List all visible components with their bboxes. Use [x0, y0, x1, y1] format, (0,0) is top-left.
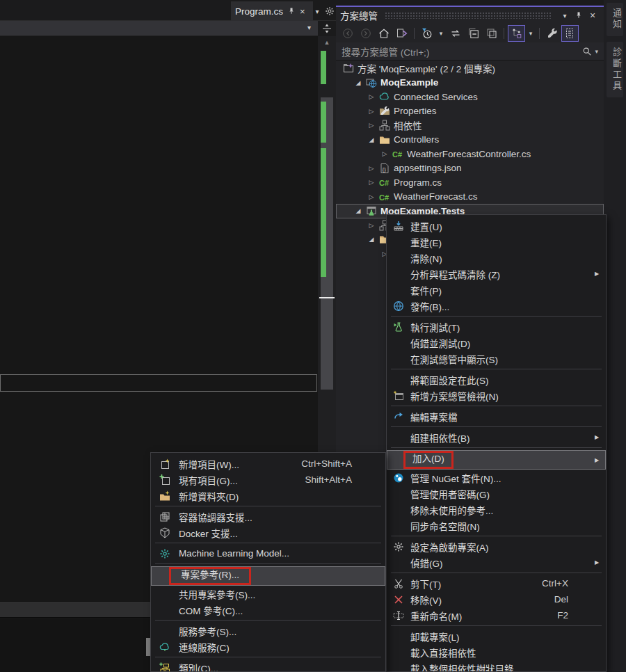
expander-collapsed-icon[interactable]: ▷	[378, 150, 391, 157]
menu-item-偵錯並測試-D-[interactable]: 偵錯並測試(D)	[387, 335, 606, 351]
expander-collapsed-icon[interactable]: ▷	[365, 93, 378, 100]
close-icon[interactable]: ×	[300, 6, 305, 17]
menu-item-發佈-B-[interactable]: 發佈(B)...	[387, 298, 606, 314]
menu-item-label: 類別(C)...	[179, 664, 218, 672]
chevron-down-icon[interactable]: ▾	[595, 48, 598, 55]
tab-diagnostic-tools[interactable]: 診斷工具	[607, 42, 623, 97]
gear-icon[interactable]	[323, 5, 336, 17]
tree-item-moqexample[interactable]: ◢MoqExample	[336, 76, 604, 90]
sync-icon[interactable]	[447, 25, 464, 42]
tree-item--[interactable]: ▷相依性	[336, 118, 604, 133]
menu-item-共用專案參考-S-[interactable]: 共用專案參考(S)...	[151, 586, 385, 602]
menu-item-現有項目-G-[interactable]: 現有項目(G)...Shift+Alt+A	[151, 472, 385, 488]
menu-item-加入-D-[interactable]: 加入(D)▶	[387, 450, 606, 470]
menu-item-剪下-T-[interactable]: 剪下(T)Ctrl+X	[387, 575, 606, 591]
docker-icon	[151, 527, 179, 538]
menu-item-設定為啟動專案-A-[interactable]: 設定為啟動專案(A)	[387, 538, 606, 554]
menu-item-新增方案總管檢視-N-[interactable]: 新增方案總管檢視(N)	[387, 387, 606, 403]
menu-item-新增資料夾-D-[interactable]: 新增資料夾(D)	[151, 488, 385, 504]
menu-item-重建-E-[interactable]: 重建(E)	[387, 234, 606, 250]
menu-item-移除-V-[interactable]: 移除(V)Del	[387, 591, 606, 607]
tree-item-controllers[interactable]: ◢Controllers	[336, 133, 604, 147]
menu-item-專案參考-R-[interactable]: 專案參考(R)...	[151, 566, 385, 586]
menu-item-移除未使用的參考-[interactable]: 移除未使用的參考...	[387, 502, 606, 518]
menu-item-同步命名空間-N-[interactable]: 同步命名空間(N)	[387, 518, 606, 534]
sync-with-active-document-icon[interactable]	[508, 25, 525, 42]
ml-model-icon	[151, 548, 179, 559]
collapse-all-icon[interactable]	[465, 25, 482, 42]
chevron-down-icon[interactable]: ▾	[307, 24, 311, 31]
menu-item-編輯專案檔[interactable]: 編輯專案檔	[387, 408, 606, 424]
tree-item-program.cs[interactable]: ▷C#Program.cs	[336, 175, 604, 190]
menu-item-類別-C-[interactable]: 類別(C)...	[151, 659, 385, 672]
menu-item-執行測試-T-[interactable]: 執行測試(T)	[387, 319, 606, 335]
menu-separator	[387, 403, 606, 408]
menu-item-shortcut: Ctrl+Shift+A	[301, 458, 352, 469]
expander-collapsed-icon[interactable]: ▷	[365, 222, 378, 229]
pin-icon[interactable]	[572, 9, 586, 22]
chevron-down-icon[interactable]: ▾	[311, 5, 323, 17]
editor-tab-program-cs[interactable]: Program.cs ×	[231, 1, 313, 21]
menu-item-清除-N-[interactable]: 清除(N)	[387, 250, 606, 266]
menu-item-偵錯-G-[interactable]: 偵錯(G)▶	[387, 554, 606, 570]
scrollbar-up-arrow-icon[interactable]: ▲	[318, 39, 336, 46]
editor-navigation-bar[interactable]: ▾	[0, 21, 318, 36]
search-box[interactable]: 搜尋方案總管 (Ctrl+;) ▾	[336, 42, 604, 61]
tab-notifications[interactable]: 通知	[607, 3, 623, 36]
tree-item-weatherforecast.cs[interactable]: ▷C#WeatherForecast.cs	[336, 190, 604, 205]
menu-item-label-wrap: 加入(D)	[410, 451, 588, 469]
back-icon[interactable]	[339, 25, 356, 42]
chevron-down-icon[interactable]: ▾	[526, 25, 536, 42]
search-icon[interactable]	[582, 47, 592, 56]
pin-icon[interactable]	[287, 7, 296, 15]
menu-item-將範圍設定在此-S-[interactable]: 將範圍設定在此(S)	[387, 371, 606, 387]
menu-item-重新命名-M-[interactable]: 重新命名(M)F2	[387, 607, 606, 623]
tree-item-weatherforecastcontroller.cs[interactable]: ▷C#WeatherForecastController.cs	[336, 147, 604, 161]
menu-item-服務參考-S-[interactable]: 服務參考(S)...	[151, 623, 385, 639]
menu-item-label-wrap: COM 參考(C)...	[179, 603, 367, 617]
expander-collapsed-icon[interactable]: ▷	[365, 122, 378, 129]
expander-expanded-icon[interactable]: ◢	[365, 236, 378, 243]
preview-selected-icon[interactable]	[483, 25, 500, 42]
menu-item-套件-P-[interactable]: 套件(P)	[387, 282, 606, 298]
menu-item-COM-參考-C-[interactable]: COM 參考(C)...	[151, 602, 385, 618]
expander-collapsed-icon[interactable]: ▷	[365, 108, 378, 115]
menu-item-容器協調器支援-[interactable]: 容器協調器支援...	[151, 509, 385, 525]
menu-item-卸載專案-L-[interactable]: 卸載專案(L)	[387, 628, 606, 644]
menu-item-連線服務-C-[interactable]: 連線服務(C)	[151, 639, 385, 655]
expander-collapsed-icon[interactable]: ▷	[365, 165, 378, 172]
menu-item-組建相依性-B-[interactable]: 組建相依性(B)▶	[387, 429, 606, 445]
chevron-down-icon[interactable]: ▾	[436, 25, 446, 42]
tree-item--moqexample-2-2-[interactable]: 方案 'MoqExample' (2 / 2 個專案)	[336, 61, 604, 76]
menu-item-管理使用者密碼-G-[interactable]: 管理使用者密碼(G)	[387, 486, 606, 502]
expander-collapsed-icon[interactable]: ▷	[365, 179, 378, 186]
editor-split-handle[interactable]	[318, 21, 336, 36]
expander-expanded-icon[interactable]: ◢	[365, 136, 378, 143]
menu-item-在測試總管中顯示-S-[interactable]: 在測試總管中顯示(S)	[387, 351, 606, 367]
pending-changes-filter-icon[interactable]	[418, 25, 435, 42]
menu-item-新增項目-W-[interactable]: 新增項目(W)...Ctrl+Shift+A	[151, 456, 385, 472]
menu-separator	[387, 445, 606, 450]
close-icon[interactable]: ×	[586, 9, 600, 22]
expander-collapsed-icon[interactable]: ▷	[365, 193, 378, 200]
show-all-files-icon[interactable]	[561, 25, 579, 42]
expander-expanded-icon[interactable]: ◢	[352, 207, 364, 214]
tree-item-connected-services[interactable]: ▷Connected Services	[336, 90, 604, 104]
menu-item-載入整個相依性樹狀目錄[interactable]: 載入整個相依性樹狀目錄	[387, 660, 606, 672]
forward-icon[interactable]	[357, 25, 374, 42]
properties-wrench-icon[interactable]	[543, 25, 561, 42]
menu-item-label: Docker 支援...	[179, 529, 238, 539]
menu-item-Docker-支援-[interactable]: Docker 支援...	[151, 525, 385, 541]
chevron-down-icon[interactable]: ▾	[558, 9, 572, 22]
menu-item-label-wrap: 在測試總管中顯示(S)	[410, 352, 588, 366]
tree-item-properties[interactable]: ▷Properties	[336, 104, 604, 119]
menu-item-管理-NuGet-套件-N-[interactable]: 管理 NuGet 套件(N)...	[387, 470, 606, 486]
menu-item-分析與程式碼清除-Z-[interactable]: 分析與程式碼清除 (Z)▶	[387, 266, 606, 282]
tree-item-appsettings.json[interactable]: ▷{}appsettings.json	[336, 161, 604, 176]
menu-item-載入直接相依性[interactable]: 載入直接相依性	[387, 644, 606, 660]
expander-expanded-icon[interactable]: ◢	[352, 79, 364, 86]
menu-item-Machine-Learning-Model-[interactable]: Machine Learning Model...	[151, 545, 385, 561]
switch-views-icon[interactable]	[393, 25, 410, 42]
home-icon[interactable]	[375, 25, 392, 42]
menu-item-建置-U-[interactable]: 建置(U)	[387, 218, 606, 234]
